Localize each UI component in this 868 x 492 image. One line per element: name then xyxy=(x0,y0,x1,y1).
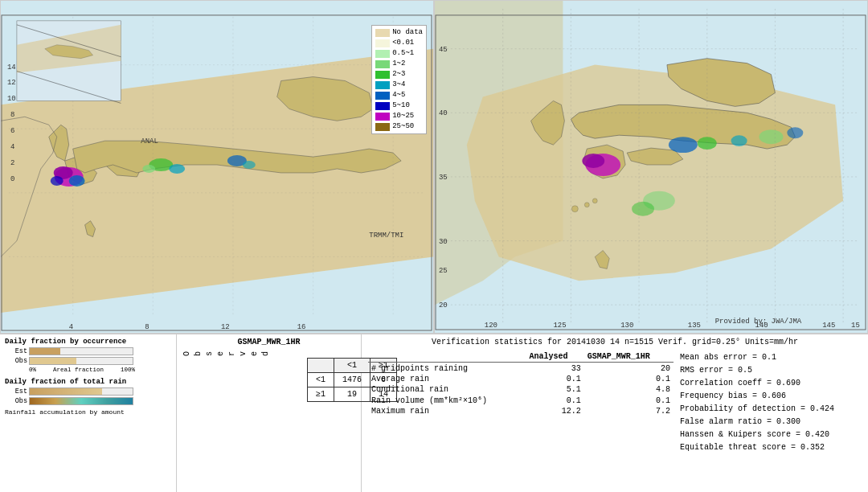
svg-point-42 xyxy=(584,203,589,207)
rain-obs-label: Obs xyxy=(5,397,27,405)
verif-body: # gridpoints raining 33 20 Average rain … xyxy=(368,363,674,417)
verif-row-gsmap: 20 xyxy=(584,363,674,375)
verif-row-gsmap: 0.1 xyxy=(584,395,674,406)
legend-label-2-3: 2~3 xyxy=(392,69,405,80)
legend: No data <0.01 0.5~1 1~2 2~3 xyxy=(371,25,427,134)
verif-row: Maximum rain 12.2 7.2 xyxy=(368,406,674,416)
obs-vertical-label: Observed xyxy=(182,350,272,356)
verif-row-label: Average rain xyxy=(368,374,526,384)
legend-color-lt001 xyxy=(375,39,390,47)
obs-bar-track xyxy=(29,357,133,365)
legend-label-10-25: 10~25 xyxy=(392,111,414,121)
svg-point-8 xyxy=(142,165,155,173)
table-header-empty xyxy=(308,359,334,373)
verif-col-gsmap: GSMAP_MWR_1HR xyxy=(584,351,674,363)
svg-text:40: 40 xyxy=(439,109,448,117)
verif-row-label: Conditional rain xyxy=(368,384,526,395)
svg-text:14: 14 xyxy=(7,64,16,72)
stats-container: Analysed GSMAP_MWR_1HR # gridpoints rain… xyxy=(368,351,862,454)
axis-labels: 0% Areal fraction 100% xyxy=(29,367,135,373)
bottom-verification: Verification statistics for 20141030 14 … xyxy=(362,334,868,492)
legend-color-nodata xyxy=(375,29,390,37)
svg-text:30: 30 xyxy=(439,238,448,246)
verif-row-label: Maximum rain xyxy=(368,406,526,416)
stat-line: Hanssen & Kuipers score = 0.420 xyxy=(680,428,862,441)
svg-point-52 xyxy=(632,202,654,216)
legend-color-5-10 xyxy=(375,102,390,110)
legend-nodata: No data xyxy=(375,27,423,38)
stat-line: Frequency bias = 0.606 xyxy=(680,390,862,403)
legend-color-4-5 xyxy=(375,92,390,100)
legend-2-3: 2~3 xyxy=(375,69,423,80)
legend-color-10-25 xyxy=(375,113,390,121)
legend-5-10: 5~10 xyxy=(375,100,423,111)
svg-text:0: 0 xyxy=(10,175,14,183)
verif-table: Analysed GSMAP_MWR_1HR # gridpoints rain… xyxy=(368,351,674,416)
est-label: Est xyxy=(5,347,27,355)
svg-text:25: 25 xyxy=(439,267,448,275)
svg-text:Provided by: JWA/JMA: Provided by: JWA/JMA xyxy=(715,318,802,326)
est-bar-track xyxy=(29,347,133,355)
stat-line: RMS error = 0.5 xyxy=(680,364,862,377)
section3-title: Rainfall accumulation by amount xyxy=(5,408,171,416)
svg-text:20: 20 xyxy=(439,301,448,310)
rain-est-row: Est xyxy=(5,387,171,396)
svg-text:10: 10 xyxy=(7,95,16,103)
svg-point-47 xyxy=(698,137,717,150)
svg-text:120: 120 xyxy=(485,322,497,330)
legend-25-50: 25~50 xyxy=(375,121,423,132)
svg-point-48 xyxy=(731,135,747,146)
svg-text:125: 125 xyxy=(553,322,566,330)
verif-row-gsmap: 4.8 xyxy=(584,384,674,395)
verif-row-analysed: 0.1 xyxy=(526,395,583,406)
rain-est-fill xyxy=(30,388,102,395)
verif-row: Rain volume (mm*km²×10⁶) 0.1 0.1 xyxy=(368,395,674,406)
right-map-svg: 45 40 35 30 25 20 120 125 130 135 140 14… xyxy=(435,1,867,333)
verif-title: Verification statistics for 20141030 14 … xyxy=(368,338,862,346)
legend-label-1-2: 1~2 xyxy=(392,59,405,69)
legend-label-25-50: 25~50 xyxy=(392,121,414,132)
legend-4-5: 4~5 xyxy=(375,90,423,100)
verif-row: # gridpoints raining 33 20 xyxy=(368,363,674,375)
top-row: GSMAP_MWR_1HR estimates for 20141030 14 xyxy=(0,0,868,334)
svg-text:130: 130 xyxy=(620,322,633,330)
verif-header-row: Analysed GSMAP_MWR_1HR xyxy=(368,351,674,363)
legend-color-2-3 xyxy=(375,71,390,79)
verif-row-analysed: 33 xyxy=(526,363,583,375)
svg-text:TRMM/TMI: TRMM/TMI xyxy=(369,232,403,240)
right-map-panel: Hourly Radar-AMeDAS analysis for 2014103… xyxy=(434,0,868,334)
stat-line: False alarm ratio = 0.300 xyxy=(680,416,862,428)
legend-color-25-50 xyxy=(375,123,390,131)
obs-label: Obs xyxy=(5,357,27,365)
verif-row: Average rain 0.1 0.1 xyxy=(368,374,674,384)
section1-title: Daily fraction by occurrence xyxy=(5,338,171,346)
svg-text:8: 8 xyxy=(10,111,14,119)
legend-3-4: 3~4 xyxy=(375,80,423,90)
verif-left: Analysed GSMAP_MWR_1HR # gridpoints rain… xyxy=(368,351,674,454)
table-row-label-lt1: <1 xyxy=(308,373,334,387)
main-container: GSMAP_MWR_1HR estimates for 20141030 14 xyxy=(0,0,868,492)
svg-text:ANAL: ANAL xyxy=(141,137,158,146)
svg-point-43 xyxy=(592,199,597,203)
left-map-svg: 14 12 10 8 6 4 2 0 4 8 12 16 xyxy=(1,1,433,333)
bottom-row: Daily fraction by occurrence Est Obs 0% … xyxy=(0,334,868,492)
est-bar-fill xyxy=(30,348,60,355)
svg-point-45 xyxy=(582,154,604,168)
obs-bar-fill xyxy=(30,358,76,364)
verif-row-label: Rain volume (mm*km²×10⁶) xyxy=(368,395,526,406)
svg-text:45: 45 xyxy=(439,46,448,54)
legend-lt001: <0.01 xyxy=(375,38,423,48)
legend-label-05-1: 0.5~1 xyxy=(392,48,414,59)
svg-point-46 xyxy=(669,137,698,153)
svg-point-7 xyxy=(169,164,185,174)
contingency-title: GSMAP_MWR_1HR xyxy=(182,338,356,346)
svg-point-4 xyxy=(69,175,85,187)
verif-col-analysed: Analysed xyxy=(526,351,583,363)
axis-areal: Areal fraction xyxy=(53,367,104,373)
verif-row-gsmap: 0.1 xyxy=(584,374,674,384)
verif-row-gsmap: 7.2 xyxy=(584,406,674,416)
legend-label-nodata: No data xyxy=(392,27,423,38)
rain-section: Daily fraction of total rain Est Obs Rai… xyxy=(5,378,171,416)
svg-point-41 xyxy=(571,206,578,212)
stat-line: Correlation coeff = 0.690 xyxy=(680,377,862,390)
